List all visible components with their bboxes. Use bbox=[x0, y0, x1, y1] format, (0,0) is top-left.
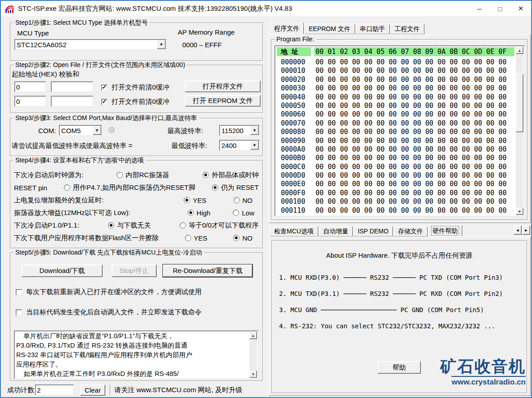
tab-scroll-left-icon[interactable]: ◄ bbox=[514, 225, 522, 235]
checksum-input-1[interactable] bbox=[51, 81, 93, 92]
max-baud-select[interactable]: 115200 ▼ bbox=[219, 125, 260, 136]
step4-group: Step4/步骤4: 设置本框和右下方'选项'中的选项 下次冷启动后时钟源为: … bbox=[10, 160, 263, 248]
tab-check-mcu-options[interactable]: 检查MCU选项 bbox=[270, 226, 318, 237]
chevron-down-icon[interactable]: ▼ bbox=[250, 126, 259, 135]
start-addr-input-1[interactable] bbox=[14, 81, 46, 92]
hex-row-address: 000020 bbox=[277, 76, 311, 84]
hex-rows: 00000000 00 00 00 00 00 00 00 00 00 00 0… bbox=[277, 58, 514, 215]
radio-label: 与下载无关 bbox=[117, 221, 151, 230]
hex-row: 0000A000 00 00 00 00 00 00 00 00 00 00 0… bbox=[277, 145, 514, 154]
radio-option[interactable]: 等于0/0才可以下载程序 bbox=[180, 221, 259, 230]
com-status-led-icon bbox=[108, 127, 115, 133]
scroll-down-icon[interactable]: ▼ bbox=[249, 371, 257, 378]
scroll-thumb[interactable] bbox=[516, 74, 523, 132]
stop-button[interactable]: Stop/停止 bbox=[112, 264, 157, 277]
radio-icon[interactable] bbox=[212, 184, 218, 191]
tab-isp-demo[interactable]: ISP DEMO bbox=[353, 226, 393, 237]
radio-option[interactable]: Low bbox=[233, 209, 254, 217]
hex-row-address: 0000C0 bbox=[277, 163, 311, 171]
tab-eeprom-file[interactable]: EEPROM 文件 bbox=[304, 24, 355, 34]
info-scrollbar[interactable]: ▲ ▼ bbox=[249, 332, 257, 378]
scroll-up-icon[interactable]: ▲ bbox=[516, 47, 523, 54]
clear-count-button[interactable]: Clear bbox=[80, 385, 105, 396]
checkbox-icon[interactable] bbox=[101, 85, 108, 91]
success-count-input[interactable] bbox=[35, 385, 74, 395]
radio-icon[interactable] bbox=[188, 210, 194, 216]
close-button[interactable]: ✕ bbox=[510, 1, 531, 16]
option-label: 下次冷启动P1.0/P1.1: bbox=[14, 221, 79, 230]
tab-program-file[interactable]: 程序文件 bbox=[270, 22, 304, 34]
radio-label: 仍为 RESET bbox=[221, 183, 259, 192]
radio-option[interactable]: NO bbox=[234, 197, 253, 204]
com-port-select[interactable]: COM5 ▼ bbox=[59, 125, 102, 136]
ap-range-label: AP Memory Range bbox=[178, 28, 234, 36]
radio-option[interactable]: 仍为 RESET bbox=[212, 183, 259, 192]
radio-icon[interactable] bbox=[234, 197, 240, 203]
radio-label: NO bbox=[242, 234, 252, 242]
tab-auto-increment[interactable]: 自动增量 bbox=[319, 226, 353, 237]
mcu-type-select[interactable]: STC12C5A60S2 ▼ bbox=[14, 39, 167, 50]
app-icon bbox=[5, 3, 15, 14]
radio-option[interactable]: 外部晶体或时钟 bbox=[203, 171, 259, 179]
about-isp-hardware-text: About ISP Hardware. 下载完毕后不占用任何资源 bbox=[272, 251, 527, 260]
clear-buffer-option-2[interactable]: 打开文件前清0缓冲 bbox=[101, 98, 169, 106]
checkbox-icon[interactable] bbox=[16, 309, 22, 316]
redownload-button[interactable]: Re-Download/重复下载 bbox=[163, 264, 252, 277]
hex-scrollbar[interactable]: ▲ ▼ bbox=[516, 47, 523, 215]
minimize-button[interactable]: ─ bbox=[469, 1, 490, 16]
max-baud-value: 115200 bbox=[220, 127, 250, 134]
scroll-up-icon[interactable]: ▲ bbox=[249, 332, 257, 339]
maximize-button[interactable]: □ bbox=[490, 1, 510, 16]
radio-option[interactable]: High bbox=[188, 209, 211, 217]
hex-row-address: 000060 bbox=[277, 110, 311, 119]
radio-icon[interactable] bbox=[180, 222, 186, 228]
open-eeprom-file-button[interactable]: 打开 EEPROM 文件 bbox=[185, 95, 261, 107]
radio-option[interactable]: NO bbox=[233, 234, 252, 242]
hex-row-address: 000010 bbox=[277, 67, 311, 75]
radio-icon[interactable] bbox=[184, 197, 190, 203]
hex-row: 0000E000 00 00 00 00 00 00 00 00 00 00 0… bbox=[277, 180, 514, 188]
auto-reload-on-change-option[interactable]: 当目标代码发生变化后自动调入文件，并立即发送下载命令 bbox=[16, 308, 202, 317]
help-button[interactable]: 帮助 bbox=[378, 361, 421, 374]
tab-storage-file[interactable]: 存储文件 bbox=[393, 226, 428, 237]
hex-row-values: 00 00 00 00 00 00 00 00 00 00 00 00 00 0… bbox=[314, 189, 506, 197]
tab-scroll-right-icon[interactable]: ► bbox=[522, 225, 530, 235]
scroll-down-icon[interactable]: ▼ bbox=[516, 208, 523, 215]
radio-option[interactable]: YES bbox=[184, 197, 206, 204]
checkbox-icon[interactable] bbox=[101, 99, 108, 105]
chevron-down-icon[interactable]: ▼ bbox=[157, 40, 166, 49]
start-addr-input-2[interactable] bbox=[14, 96, 46, 107]
option-label: 下次下载用户应用程序时将数据Flash区一并擦除 bbox=[14, 234, 159, 242]
radio-icon[interactable] bbox=[117, 172, 123, 178]
tab-serial-assistant[interactable]: 串口助手 bbox=[356, 24, 390, 34]
chevron-down-icon[interactable]: ▼ bbox=[250, 141, 259, 150]
checksum-input-2[interactable] bbox=[51, 96, 93, 107]
hex-row: 00007000 00 00 00 00 00 00 00 00 00 00 0… bbox=[277, 119, 514, 128]
radio-icon[interactable] bbox=[108, 222, 114, 228]
tab-hardware-help[interactable]: 硬件帮助 bbox=[428, 225, 462, 237]
download-button[interactable]: Download/下载 bbox=[22, 264, 103, 277]
hex-row-values: 00 00 00 00 00 00 00 00 00 00 00 00 00 0… bbox=[314, 163, 506, 171]
hex-row-address: 000100 bbox=[277, 197, 311, 206]
radio-icon[interactable] bbox=[203, 172, 209, 178]
min-baud-select[interactable]: 2400 ▼ bbox=[219, 140, 260, 151]
radio-option[interactable]: 用作P4.7,如用内部RC振荡仍为RESET脚 bbox=[64, 183, 195, 192]
reload-before-download-option[interactable]: 每次下载前重新调入已打开在缓冲区的文件，方便调试使用 bbox=[16, 288, 202, 296]
chevron-down-icon[interactable]: ▼ bbox=[93, 126, 101, 135]
radio-option[interactable]: YES bbox=[185, 234, 207, 242]
radio-option[interactable]: 与下载无关 bbox=[108, 221, 151, 230]
radio-option[interactable]: 内部RC振荡器 bbox=[117, 171, 169, 179]
clear-buffer-option-1[interactable]: 打开文件前清0缓冲 bbox=[101, 83, 169, 92]
hex-row: 0000B000 00 00 00 00 00 00 00 00 00 00 0… bbox=[277, 154, 514, 162]
radio-icon[interactable] bbox=[64, 184, 70, 191]
radio-icon[interactable] bbox=[233, 235, 239, 241]
open-program-file-button[interactable]: 打开程序文件 bbox=[185, 80, 261, 92]
option-label: 振荡器放大增益(12MHz以下可选 Low): bbox=[14, 209, 130, 217]
checkbox-icon[interactable] bbox=[16, 289, 22, 295]
radio-label: NO bbox=[243, 197, 253, 204]
tab-project-file[interactable]: 工程文件 bbox=[390, 24, 424, 34]
radio-icon[interactable] bbox=[185, 235, 191, 241]
program-file-group: Program File: 地 址 00 01 02 03 04 05 06 0… bbox=[271, 39, 527, 220]
step2-title: Step2/步骤2: Open File / 打开文件(文件范围内未用区域填00… bbox=[14, 61, 187, 69]
radio-icon[interactable] bbox=[233, 210, 239, 216]
